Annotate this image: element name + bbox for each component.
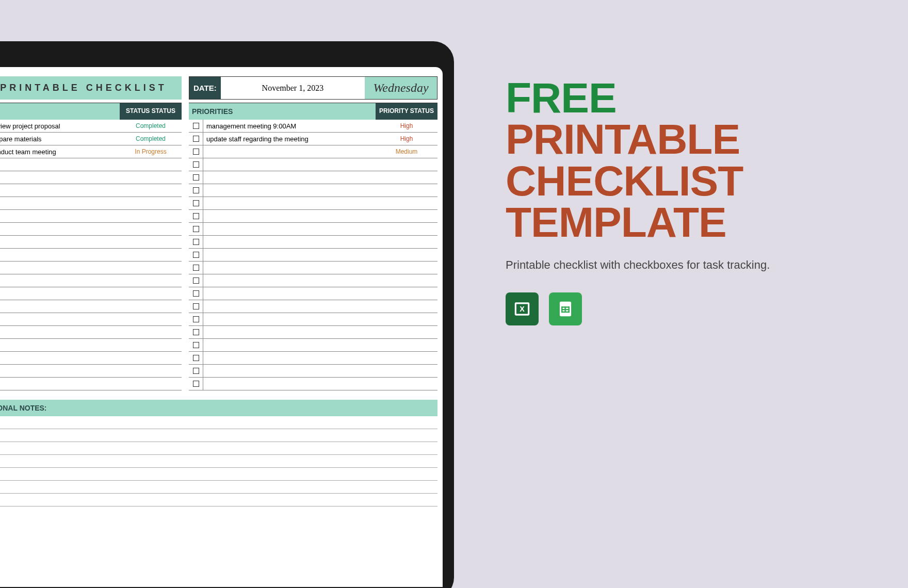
checkbox-cell[interactable]	[189, 339, 203, 351]
task-row	[0, 249, 182, 262]
row-status: Medium	[376, 148, 437, 155]
checkbox-cell[interactable]	[189, 249, 203, 261]
excel-icon[interactable]: X	[506, 292, 539, 325]
task-row	[0, 223, 182, 236]
checkbox-cell[interactable]	[189, 197, 203, 209]
checkbox-cell[interactable]	[189, 326, 203, 338]
checkbox-icon	[193, 213, 199, 219]
priority-row	[189, 171, 437, 184]
svg-rect-8	[564, 307, 565, 313]
task-row	[0, 326, 182, 339]
priority-row	[189, 339, 437, 352]
promo-description: Printable checklist with checkboxes for …	[506, 258, 867, 272]
svg-text:X: X	[520, 305, 525, 313]
checkbox-cell[interactable]	[189, 365, 203, 377]
checkbox-cell[interactable]	[189, 236, 203, 248]
google-sheets-icon[interactable]	[549, 292, 582, 325]
checkbox-cell[interactable]	[189, 133, 203, 145]
row-status: High	[376, 122, 437, 129]
task-row	[0, 184, 182, 197]
row-text: Prepare materials	[0, 135, 120, 143]
priority-row	[189, 210, 437, 223]
priority-row	[189, 274, 437, 287]
row-status: Completed	[120, 135, 182, 142]
task-row	[0, 313, 182, 326]
checkbox-cell[interactable]	[189, 120, 203, 132]
checkbox-cell[interactable]	[189, 145, 203, 158]
checkbox-icon	[193, 136, 199, 142]
task-status-header: STATUS STATUS	[120, 103, 182, 120]
notes-line	[0, 481, 437, 494]
task-row	[0, 197, 182, 210]
priority-status-header: PRIORITY STATUS	[376, 103, 437, 120]
priority-row: management meeting 9:00AMHigh	[189, 120, 437, 133]
date-box: DATE: November 1, 2023 Wednesday	[189, 76, 437, 100]
priorities-header: PRIORITIES	[189, 103, 376, 120]
checkbox-icon	[193, 161, 199, 168]
task-row	[0, 158, 182, 171]
priority-row	[189, 352, 437, 365]
notes-header: ITIONAL NOTES:	[0, 400, 437, 416]
checkbox-cell[interactable]	[189, 378, 203, 390]
priority-column: PRIORITIES PRIORITY STATUS management me…	[189, 103, 437, 390]
checkbox-cell[interactable]	[189, 158, 203, 171]
checkbox-cell[interactable]	[189, 262, 203, 274]
notes-line	[0, 429, 437, 442]
document-preview: PRINTABLE CHECKLIST DATE: November 1, 20…	[0, 67, 443, 587]
row-text: Review project proposal	[0, 122, 120, 130]
checkbox-cell[interactable]	[189, 171, 203, 184]
task-row: Prepare materialsCompleted	[0, 133, 182, 145]
promo-line1: PRINTABLE	[506, 116, 740, 162]
checkbox-icon	[193, 329, 199, 335]
checkbox-cell[interactable]	[189, 313, 203, 325]
checkbox-icon	[193, 316, 199, 322]
checkbox-icon	[193, 226, 199, 232]
notes-line	[0, 416, 437, 429]
task-row	[0, 352, 182, 365]
promo-line3: TEMPLATE	[506, 199, 726, 246]
checkbox-icon	[193, 174, 199, 181]
priority-row	[189, 365, 437, 378]
task-row	[0, 274, 182, 287]
checkbox-icon	[193, 149, 199, 155]
svg-rect-9	[569, 307, 570, 313]
priority-row	[189, 158, 437, 171]
checkbox-icon	[193, 200, 199, 206]
task-column: SK STATUS STATUS Review project proposal…	[0, 103, 182, 390]
task-row	[0, 339, 182, 352]
tablet-frame: PRINTABLE CHECKLIST DATE: November 1, 20…	[0, 41, 454, 588]
svg-rect-7	[561, 307, 562, 313]
task-row	[0, 378, 182, 390]
checkbox-icon	[193, 368, 199, 374]
checkbox-cell[interactable]	[189, 287, 203, 300]
task-row	[0, 171, 182, 184]
priority-row	[189, 184, 437, 197]
priority-row: update staff regarding the meetingHigh	[189, 133, 437, 145]
priority-row	[189, 236, 437, 249]
priority-row	[189, 223, 437, 236]
row-status: Completed	[120, 122, 182, 129]
checkbox-icon	[193, 277, 199, 284]
checkbox-cell[interactable]	[189, 223, 203, 235]
checkbox-cell[interactable]	[189, 300, 203, 313]
checkbox-cell[interactable]	[189, 184, 203, 197]
checkbox-cell[interactable]	[189, 352, 203, 364]
task-row: Conduct team meetingIn Progress	[0, 145, 182, 158]
priority-row	[189, 249, 437, 262]
promo-panel: FREE PRINTABLE CHECKLIST TEMPLATE Printa…	[506, 77, 867, 325]
priority-row	[189, 326, 437, 339]
priority-row	[189, 287, 437, 300]
row-text: update staff regarding the meeting	[203, 135, 376, 143]
checkbox-cell[interactable]	[189, 274, 203, 287]
promo-free: FREE	[506, 74, 617, 121]
task-row	[0, 287, 182, 300]
checkbox-icon	[193, 123, 199, 129]
checkbox-icon	[193, 252, 199, 258]
date-label: DATE:	[189, 77, 221, 99]
checkbox-cell[interactable]	[189, 210, 203, 222]
notes-line	[0, 442, 437, 455]
date-value: November 1, 2023	[221, 77, 365, 99]
row-status: In Progress	[120, 148, 182, 155]
priority-row	[189, 300, 437, 313]
task-row	[0, 365, 182, 378]
